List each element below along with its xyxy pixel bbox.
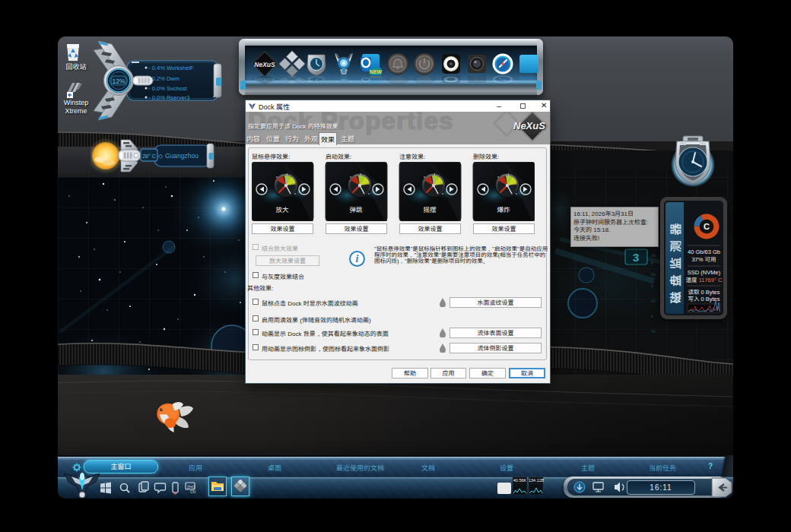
svg-text:40 Gb/63 Gb: 40 Gb/63 Gb: [688, 249, 720, 255]
svg-text:◦ 0.0% Rserver3: ◦ 0.0% Rserver3: [148, 94, 189, 101]
svg-text:温度 11769° C: 温度 11769° C: [686, 277, 723, 283]
svg-text:读取 0 Bytes: 读取 0 Bytes: [688, 289, 720, 296]
svg-text:◦ 0.4% WorkshelF: ◦ 0.4% WorkshelF: [148, 65, 194, 71]
svg-text:ZHO: ZHO: [187, 485, 195, 489]
svg-text:写入 0 Bytes: 写入 0 Bytes: [688, 296, 720, 302]
svg-text:弹跳: 弹跳: [349, 206, 363, 214]
svg-text:NEW: NEW: [370, 69, 383, 74]
svg-text:CN: CN: [190, 489, 196, 494]
svg-text:◦ 0.0% Svchost: ◦ 0.0% Svchost: [148, 85, 188, 92]
svg-text:SSD (NVMe): SSD (NVMe): [688, 269, 721, 276]
svg-text:12%: 12%: [112, 78, 125, 85]
svg-text:37% 可用: 37% 可用: [691, 256, 716, 263]
svg-text:28° C: 28° C: [142, 154, 156, 159]
svg-text:NeXuS: NeXuS: [254, 61, 275, 68]
svg-text:◇: ◇: [158, 153, 164, 160]
svg-text:摇摆: 摇摆: [423, 206, 437, 214]
svg-text:爆炸: 爆炸: [497, 206, 510, 214]
svg-text:C: C: [704, 222, 710, 231]
svg-text:Guangzhou: Guangzhou: [165, 152, 199, 160]
svg-text:放大: 放大: [275, 206, 289, 214]
